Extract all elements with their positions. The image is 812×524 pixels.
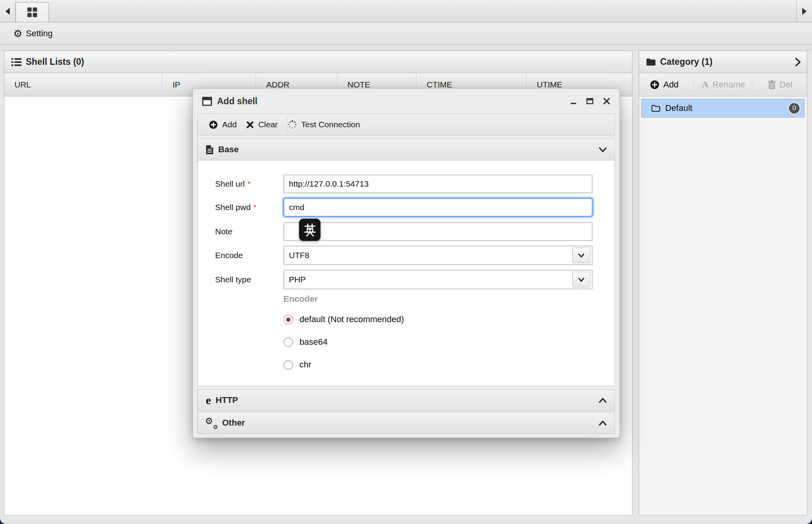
- panel-splitter[interactable]: [632, 51, 639, 524]
- menu-setting[interactable]: ⚙ Setting: [13, 29, 53, 39]
- left-arrow-icon: [5, 8, 10, 15]
- category-del-label: Del: [780, 80, 792, 90]
- category-panel: Category (1) Add A Rename: [639, 51, 807, 515]
- dialog-clear-label: Clear: [258, 120, 278, 129]
- trash-icon: [768, 80, 776, 89]
- menu-bar: ⚙ Setting: [0, 22, 812, 45]
- note-label: Note: [215, 227, 283, 236]
- base-section-header[interactable]: Base: [198, 139, 615, 160]
- shell-lists-header: Shell Lists (0): [4, 51, 632, 73]
- category-title: Category (1): [660, 57, 712, 67]
- rename-icon: A: [702, 79, 709, 90]
- shell-url-input[interactable]: [283, 175, 593, 193]
- base-section: Base Shell url* Shell: [198, 139, 615, 386]
- category-del-button[interactable]: Del: [753, 73, 807, 96]
- category-item-default[interactable]: Default 0: [641, 99, 805, 118]
- shell-type-label: Shell type: [215, 275, 283, 284]
- internet-e-icon: e: [206, 394, 211, 406]
- http-section-header[interactable]: e HTTP: [198, 389, 615, 411]
- tab-shell-manager[interactable]: [16, 2, 49, 22]
- minimize-button[interactable]: [570, 98, 577, 105]
- dialog-add-label: Add: [222, 120, 237, 129]
- dialog-toolbar: Add Clear Test Connection: [198, 114, 615, 135]
- select-arrow-button[interactable]: [572, 272, 590, 287]
- folder-icon: [646, 58, 656, 66]
- http-section: e HTTP: [198, 389, 615, 411]
- http-section-label: HTTP: [215, 395, 238, 405]
- dialog-add-button[interactable]: Add: [209, 120, 246, 129]
- tabs-scroll-left-button[interactable]: [0, 0, 16, 22]
- chevron-up-icon: [599, 421, 607, 426]
- shell-pwd-input[interactable]: [283, 198, 593, 217]
- gear-icon: ⚙: [13, 29, 22, 39]
- category-add-label: Add: [663, 80, 678, 90]
- select-arrow-button[interactable]: [572, 248, 590, 263]
- count-badge: 0: [788, 102, 800, 114]
- other-section-header[interactable]: ⚙ ⚙ Other: [198, 412, 615, 434]
- file-icon: [206, 145, 214, 155]
- encoder-option-base64[interactable]: base64: [283, 337, 593, 347]
- shell-url-label: Shell url*: [215, 179, 283, 189]
- encode-value: UTF8: [289, 251, 310, 260]
- base-section-label: Base: [218, 144, 239, 155]
- shell-type-select[interactable]: PHP: [283, 270, 593, 289]
- base-section-body: Shell url* Shell pwd* Note: [198, 160, 615, 386]
- menu-setting-label: Setting: [26, 29, 53, 39]
- radio-icon[interactable]: [283, 337, 293, 347]
- add-shell-dialog: Add shell Add: [192, 88, 620, 438]
- category-add-button[interactable]: Add: [639, 73, 694, 96]
- required-asterisk: *: [253, 203, 256, 212]
- category-toolbar: Add A Rename Del: [639, 73, 807, 96]
- encoder-label: Encoder: [283, 294, 593, 304]
- tab-bar: [0, 0, 812, 22]
- encode-label: Encode: [215, 251, 283, 260]
- category-list: Default 0: [639, 96, 807, 515]
- category-rename-button[interactable]: A Rename: [694, 73, 753, 96]
- test-connection-label: Test Connection: [301, 120, 360, 129]
- maximize-button[interactable]: [586, 98, 594, 105]
- shell-pwd-label: Shell pwd*: [215, 203, 283, 212]
- category-rename-label: Rename: [712, 80, 745, 90]
- encoder-group: Encoder default (Not recommended) base64…: [283, 294, 593, 370]
- required-asterisk: *: [248, 179, 251, 189]
- radio-icon[interactable]: [283, 315, 293, 324]
- folder-outline-icon: [651, 105, 661, 112]
- cjk-ying-glyph: [303, 223, 317, 237]
- category-item-label: Default: [665, 103, 693, 113]
- left-gutter: [0, 51, 4, 524]
- encoder-option-default[interactable]: default (Not recommended): [283, 314, 593, 324]
- radio-icon[interactable]: [283, 360, 293, 370]
- shell-type-value: PHP: [289, 275, 306, 284]
- dialog-clear-button[interactable]: Clear: [246, 120, 287, 129]
- chevron-right-icon[interactable]: [795, 58, 801, 66]
- ime-language-badge: 英: [299, 219, 321, 241]
- gears-icon: ⚙ ⚙: [206, 417, 217, 428]
- chevron-up-icon: [599, 398, 607, 403]
- close-button[interactable]: [603, 98, 610, 105]
- encoder-option-chr[interactable]: chr: [283, 360, 593, 370]
- other-section: ⚙ ⚙ Other: [198, 412, 615, 434]
- app-window: ⚙ Setting Shell Lists (0) URL IP ADDR NO…: [0, 0, 812, 524]
- plus-circle-icon: [650, 80, 659, 89]
- list-icon: [11, 58, 21, 66]
- grid-icon: [27, 7, 37, 17]
- chevron-down-icon: [599, 147, 607, 152]
- separator-strip: [0, 45, 812, 50]
- category-header: Category (1): [639, 51, 807, 73]
- other-section-label: Other: [222, 418, 245, 428]
- window-icon: [202, 97, 212, 106]
- spinner-icon: [288, 120, 297, 129]
- right-arrow-icon: [802, 8, 807, 15]
- plus-circle-icon: [209, 120, 218, 129]
- tabs-scroll-right-button[interactable]: [796, 0, 812, 22]
- dialog-title: Add shell: [217, 96, 258, 107]
- note-input[interactable]: [283, 222, 593, 241]
- right-gutter: [807, 51, 812, 524]
- column-header-url[interactable]: URL: [4, 73, 162, 96]
- test-connection-button[interactable]: Test Connection: [288, 120, 370, 129]
- encode-select[interactable]: UTF8: [283, 246, 593, 265]
- x-icon: [246, 121, 254, 128]
- shell-lists-title: Shell Lists (0): [26, 57, 84, 67]
- dialog-titlebar[interactable]: Add shell: [193, 89, 620, 114]
